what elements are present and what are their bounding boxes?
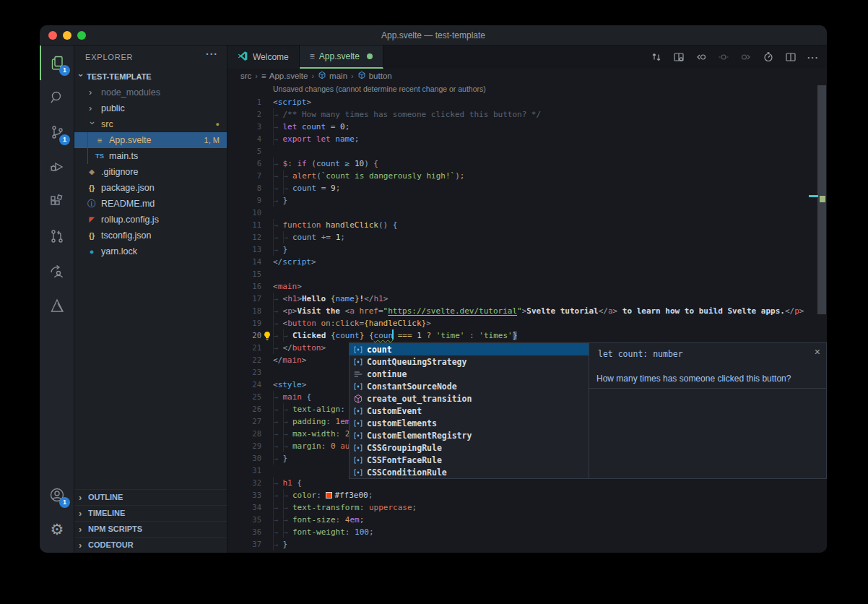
breadcrumb-item-app-svelte[interactable]: ≡App.svelte [261, 72, 308, 80]
tree-item-public[interactable]: ›public [74, 100, 227, 116]
code-line-2[interactable]: 2→/** How many times has someone clicked… [227, 108, 827, 121]
navigate-back-icon[interactable] [693, 49, 709, 65]
breadcrumb-item-main[interactable]: main [318, 71, 347, 81]
code-line-37[interactable]: 37→} [227, 538, 827, 551]
code-line-19[interactable]: 19→<button on:click={handleClick}> [227, 317, 827, 329]
activity-source-control[interactable]: 1 [40, 115, 74, 150]
suggest-item-label: count [367, 345, 392, 355]
tree-item-node-modules[interactable]: ›node_modules [74, 85, 227, 100]
extensions-icon [48, 193, 66, 210]
activity-live-share[interactable] [40, 254, 74, 288]
tree-item-main-ts[interactable]: TSmain.ts [74, 148, 227, 164]
tree-root-test-template[interactable]: › TEST-TEMPLATE [74, 69, 227, 85]
activity-azure[interactable] [40, 288, 74, 323]
code-line-16[interactable]: 16<main> [227, 280, 827, 293]
suggest-item-cssfontfacerule[interactable]: CSSFontFaceRule [350, 454, 589, 466]
suggest-item-customelements[interactable]: customElements [350, 417, 589, 429]
suggest-item-customelementregistry[interactable]: CustomElementRegistry [350, 429, 589, 441]
code-line-36[interactable]: 36→→font-weight: 100; [227, 526, 827, 538]
activity-run-debug[interactable] [40, 150, 74, 184]
code-content: →} [273, 194, 827, 207]
suggest-item-customevent[interactable]: CustomEvent [350, 405, 589, 417]
code-line-3[interactable]: 3→let count = 0; [227, 121, 827, 133]
tab-welcome[interactable]: Welcome [227, 46, 300, 69]
lightbulb-icon[interactable] [263, 331, 272, 340]
activity-search[interactable] [40, 80, 74, 115]
suggest-item-create-out-transition[interactable]: create_out_transition [350, 392, 589, 405]
code-line-5[interactable]: 5 [227, 145, 827, 158]
run-timer-icon[interactable] [760, 49, 776, 65]
explorer-more-actions-icon[interactable]: ··· [206, 48, 218, 60]
line-number: 37 [227, 538, 261, 551]
tree-item-rollup-config-js[interactable]: ◤rollup.config.js [74, 212, 227, 228]
activity-explorer[interactable]: 1 [40, 46, 74, 80]
code-line-33[interactable]: 33→→color: #ff3e00; [227, 489, 827, 501]
tab-whitespace-arrow: → [274, 231, 278, 243]
code-line-10[interactable]: 10 [227, 207, 827, 219]
more-actions-icon[interactable]: ··· [805, 49, 821, 65]
code-line-6[interactable]: 6→$: if (count ≥ 10) { [227, 158, 827, 170]
code-line-7[interactable]: 7→→alert(`count is dangerously high!`); [227, 170, 827, 182]
tab-app-svelte[interactable]: ≡App.svelte [300, 46, 383, 69]
suggest-item-count[interactable]: count [350, 343, 589, 355]
code-line-4[interactable]: 4→export let name; [227, 133, 827, 145]
code-line-14[interactable]: 14</script> [227, 256, 827, 268]
code-line-20[interactable]: 20→→Clicked {count} {coun === 1 ? 'time'… [227, 329, 827, 342]
breadcrumb-item-button[interactable]: button [357, 71, 392, 81]
tab-label: App.svelte [319, 51, 360, 61]
suggest-item-label: CSSGroupingRule [367, 443, 442, 453]
split-editor-icon[interactable] [783, 49, 799, 65]
suggest-item-cssconditionrule[interactable]: CSSConditionRule [350, 466, 589, 478]
line-number: 7 [227, 170, 261, 182]
code-line-12[interactable]: 12→→count += 1; [227, 231, 827, 243]
suggest-item-cssgroupingrule[interactable]: CSSGroupingRule [350, 441, 589, 454]
breadcrumb-item-src[interactable]: src [240, 72, 251, 80]
code-line-8[interactable]: 8→→count = 9; [227, 182, 827, 194]
tree-item-package-json[interactable]: {}package.json [74, 180, 227, 196]
code-line-18[interactable]: 18→<p>Visit the <a href="https://svelte.… [227, 305, 827, 317]
chevron-right-icon: › [79, 526, 86, 533]
tree-item-yarn-lock[interactable]: ●yarn.lock [74, 243, 227, 259]
code-line-15[interactable]: 15 [227, 268, 827, 280]
code-editor[interactable]: Unsaved changes (cannot determine recent… [227, 83, 827, 553]
activity-github-pr[interactable] [40, 219, 74, 254]
compare-changes-icon[interactable] [648, 49, 664, 65]
overview-ruler [817, 83, 827, 553]
activity-extensions[interactable] [40, 184, 74, 219]
code-line-17[interactable]: 17→<h1>Hello {name}!</h1> [227, 293, 827, 305]
code-line-11[interactable]: 11→function handleClick() { [227, 219, 827, 231]
open-preview-side-icon[interactable] [671, 49, 687, 65]
tree-item-app-svelte[interactable]: ≡App.svelte1, M [74, 132, 227, 148]
sidebar-explorer: EXPLORER ··· › TEST-TEMPLATE ›node_modul… [74, 46, 227, 553]
navigate-forward-icon[interactable] [738, 49, 754, 65]
github-pr-icon [48, 228, 66, 245]
suggest-item-countqueuingstrategy[interactable]: CountQueuingStrategy [350, 355, 589, 368]
code-line-13[interactable]: 13→} [227, 243, 827, 256]
section-timeline[interactable]: ›TIMELINE [74, 505, 227, 521]
suggest-item-label: continue [367, 369, 407, 379]
tab-whitespace-arrow: → [274, 329, 278, 342]
code-line-9[interactable]: 9→} [227, 194, 827, 207]
code-line-34[interactable]: 34→→text-transform: uppercase; [227, 501, 827, 514]
root-folder-label: TEST-TEMPLATE [87, 72, 152, 81]
code-content: →let count = 0; [273, 121, 827, 133]
tree-item-tsconfig-json[interactable]: {}tsconfig.json [74, 228, 227, 243]
code-line-1[interactable]: 1<script> [227, 96, 827, 108]
window-title: App.svelte — test-template [40, 25, 827, 46]
tree-item-readme-md[interactable]: ⓘREADME.md [74, 196, 227, 212]
tree-item-src[interactable]: ›src● [74, 116, 227, 132]
suggest-item-constantsourcenode[interactable]: ConstantSourceNode [350, 380, 589, 392]
activity-bar: 1 1 [40, 46, 74, 553]
tree-item-gitignore[interactable]: ◆.gitignore [74, 164, 227, 180]
symbol-variable-icon [353, 467, 363, 478]
section-outline[interactable]: ›OUTLINE [74, 489, 227, 505]
activity-accounts[interactable]: 1 [40, 478, 74, 512]
section-npm-scripts[interactable]: ›NPM SCRIPTS [74, 521, 227, 537]
suggest-item-continue[interactable]: continue [350, 368, 589, 380]
line-number: 26 [227, 403, 261, 415]
code-line-35[interactable]: 35→→font-size: 4em; [227, 514, 827, 526]
section-codetour[interactable]: ›CODETOUR [74, 537, 227, 553]
activity-settings[interactable]: ⚙ [40, 512, 74, 547]
tab-whitespace-arrow: → [274, 243, 278, 256]
record-icon[interactable] [716, 49, 732, 65]
